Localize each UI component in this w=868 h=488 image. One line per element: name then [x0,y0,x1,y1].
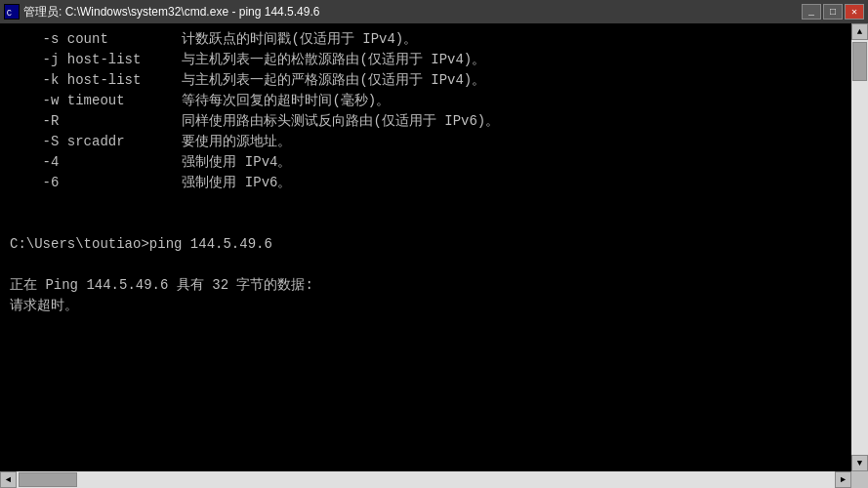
scroll-track[interactable] [851,40,868,455]
terminal-line: -s count 计数跃点的时间戳(仅适用于 IPv4)。 [10,29,842,50]
horizontal-scroll-track[interactable] [17,471,835,488]
terminal-line: -6 强制使用 IPv6。 [10,173,842,193]
title-bar-buttons: _ □ ✕ [802,4,864,20]
terminal-line: -R 同样使用路由标头测试反向路由(仅适用于 IPv6)。 [10,111,842,132]
scroll-up-arrow[interactable]: ▲ [851,23,868,40]
cmd-icon: C [4,4,20,20]
terminal-line: -w timeout 等待每次回复的超时时间(毫秒)。 [10,91,842,111]
title-bar-left: C 管理员: C:\Windows\system32\cmd.exe - pin… [4,4,319,20]
terminal-line: C:\Users\toutiao>ping 144.5.49.6 [10,234,842,255]
maximize-button[interactable]: □ [823,4,843,20]
scrollbar-corner [851,471,868,488]
svg-text:C: C [7,9,12,19]
terminal-line: -4 强制使用 IPv4。 [10,152,842,173]
terminal-line [10,193,842,214]
terminal-line: -k host-list 与主机列表一起的严格源路由(仅适用于 IPv4)。 [10,70,842,91]
terminal-line: -S srcaddr 要使用的源地址。 [10,132,842,152]
close-button[interactable]: ✕ [845,4,864,20]
title-bar: C 管理员: C:\Windows\system32\cmd.exe - pin… [0,0,868,23]
minimize-button[interactable]: _ [802,4,821,20]
horizontal-scroll-thumb[interactable] [19,472,77,487]
scroll-left-arrow[interactable]: ◄ [0,471,17,488]
terminal-output[interactable]: -s count 计数跃点的时间戳(仅适用于 IPv4)。 -j host-li… [0,23,851,471]
scroll-thumb[interactable] [852,42,867,81]
cmd-window: -s count 计数跃点的时间戳(仅适用于 IPv4)。 -j host-li… [0,23,868,471]
horizontal-scrollbar[interactable]: ◄ ► [0,471,868,488]
terminal-line: -j host-list 与主机列表一起的松散源路由(仅适用于 IPv4)。 [10,50,842,70]
terminal-line: 正在 Ping 144.5.49.6 具有 32 字节的数据: [10,275,842,296]
terminal-line [10,255,842,275]
vertical-scrollbar[interactable]: ▲ ▼ [851,23,868,471]
scroll-right-arrow[interactable]: ► [835,471,851,488]
window-title: 管理员: C:\Windows\system32\cmd.exe - ping … [23,4,319,20]
scroll-down-arrow[interactable]: ▼ [851,455,868,471]
terminal-line: 请求超时。 [10,296,842,316]
terminal-line [10,214,842,234]
